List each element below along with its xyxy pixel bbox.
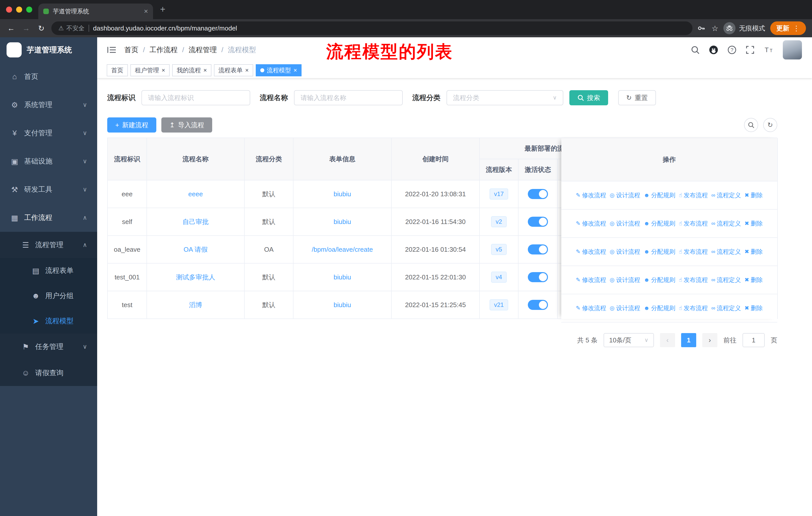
- forward-button[interactable]: →: [21, 24, 31, 32]
- op-delete-link[interactable]: ✖删除: [745, 276, 763, 284]
- op-assign-link[interactable]: ☻分配规则: [644, 219, 675, 227]
- security-status[interactable]: ⚠ 不安全: [58, 24, 85, 32]
- bookmark-star-icon[interactable]: ☆: [712, 24, 718, 33]
- active-toggle[interactable]: [528, 217, 548, 227]
- font-size-icon[interactable]: TT: [764, 45, 774, 54]
- op-delete-link[interactable]: ✖删除: [745, 248, 763, 256]
- close-icon[interactable]: ×: [203, 67, 207, 73]
- op-delete-link[interactable]: ✖删除: [745, 219, 763, 227]
- op-definition-link[interactable]: ∞流程定义: [711, 191, 741, 199]
- sidebar-item-infra[interactable]: ▣ 基础设施 ∨: [0, 147, 97, 175]
- tab-close-icon[interactable]: ×: [144, 8, 148, 15]
- op-edit-link[interactable]: ✎修改流程: [576, 304, 606, 312]
- op-publish-link[interactable]: ☝发布流程: [679, 248, 708, 256]
- toggle-search-button[interactable]: [744, 118, 758, 132]
- op-edit-link[interactable]: ✎修改流程: [576, 219, 606, 227]
- sidebar-item-process-mgmt[interactable]: ☰ 流程管理 ∧: [0, 232, 97, 258]
- op-assign-link[interactable]: ☻分配规则: [644, 276, 675, 284]
- prev-page-button[interactable]: ‹: [660, 333, 675, 347]
- goto-page-input[interactable]: [743, 333, 765, 347]
- op-definition-link[interactable]: ∞流程定义: [711, 248, 741, 256]
- op-assign-link[interactable]: ☻分配规则: [644, 304, 675, 312]
- import-process-button[interactable]: ↥ 导入流程: [161, 117, 212, 133]
- active-toggle[interactable]: [528, 300, 548, 310]
- back-button[interactable]: ←: [6, 24, 16, 32]
- op-publish-link[interactable]: ☝发布流程: [679, 219, 708, 227]
- collapse-menu-icon[interactable]: [107, 46, 116, 54]
- close-icon[interactable]: ×: [162, 67, 165, 73]
- page-size-select[interactable]: 10条/页 ∨: [604, 333, 654, 347]
- refresh-button[interactable]: ↻: [763, 118, 777, 132]
- sidebar-item-workflow[interactable]: ▦ 工作流程 ∧: [0, 203, 97, 232]
- op-design-link[interactable]: ◎设计流程: [610, 219, 640, 227]
- sidebar-item-task-mgmt[interactable]: ⚑ 任务管理 ∨: [0, 333, 97, 360]
- process-category-select[interactable]: 流程分类 ∨: [446, 90, 563, 105]
- breadcrumb-process-mgmt[interactable]: 流程管理: [189, 45, 217, 55]
- page-number-1[interactable]: 1: [681, 333, 696, 347]
- help-icon[interactable]: ?: [727, 45, 736, 54]
- tag-tenant-mgmt[interactable]: 租户管理 ×: [130, 64, 170, 76]
- op-assign-link[interactable]: ☻分配规则: [644, 248, 675, 256]
- sidebar-item-payment[interactable]: ¥ 支付管理 ∨: [0, 119, 97, 147]
- form-info-link[interactable]: biubiu: [334, 218, 351, 225]
- user-avatar[interactable]: [783, 40, 802, 59]
- browser-menu-icon[interactable]: ⋮: [793, 24, 800, 32]
- reload-button[interactable]: ↻: [36, 24, 46, 33]
- browser-tab[interactable]: 芋道管理系统 ×: [38, 3, 153, 19]
- process-name-input[interactable]: [294, 90, 403, 105]
- zoom-window-button[interactable]: [26, 6, 32, 12]
- active-toggle[interactable]: [528, 189, 548, 199]
- tag-process-form[interactable]: 流程表单 ×: [214, 64, 253, 76]
- tag-home[interactable]: 首页: [107, 64, 128, 76]
- op-design-link[interactable]: ◎设计流程: [610, 276, 640, 284]
- address-bar[interactable]: ⚠ 不安全 dashboard.yudao.iocoder.cn/bpm/man…: [51, 21, 692, 35]
- close-icon[interactable]: ×: [293, 67, 297, 73]
- form-info-link[interactable]: /bpm/oa/leave/create: [312, 246, 373, 253]
- op-design-link[interactable]: ◎设计流程: [610, 248, 640, 256]
- browser-update-button[interactable]: 更新 ⋮: [770, 21, 806, 35]
- sidebar-item-system[interactable]: ⚙ 系统管理 ∨: [0, 91, 97, 119]
- op-delete-link[interactable]: ✖删除: [745, 191, 763, 199]
- op-design-link[interactable]: ◎设计流程: [610, 191, 640, 199]
- new-tab-button[interactable]: +: [160, 4, 165, 15]
- op-definition-link[interactable]: ∞流程定义: [711, 276, 741, 284]
- op-publish-link[interactable]: ☝发布流程: [679, 304, 708, 312]
- form-info-link[interactable]: biubiu: [334, 301, 351, 309]
- op-publish-link[interactable]: ☝发布流程: [679, 191, 708, 199]
- search-button[interactable]: 搜索: [569, 90, 608, 105]
- op-definition-link[interactable]: ∞流程定义: [711, 219, 741, 227]
- form-info-link[interactable]: biubiu: [334, 190, 351, 198]
- process-id-input[interactable]: [141, 90, 250, 105]
- sidebar-item-leave-query[interactable]: ☺ 请假查询: [0, 360, 97, 386]
- op-delete-link[interactable]: ✖删除: [745, 304, 763, 312]
- op-publish-link[interactable]: ☝发布流程: [679, 276, 708, 284]
- op-definition-link[interactable]: ∞流程定义: [711, 304, 741, 312]
- op-edit-link[interactable]: ✎修改流程: [576, 248, 606, 256]
- tag-process-model[interactable]: 流程模型 ×: [256, 64, 301, 76]
- close-window-button[interactable]: [6, 6, 12, 12]
- process-name-link[interactable]: OA 请假: [183, 246, 207, 253]
- breadcrumb-workflow[interactable]: 工作流程: [149, 45, 178, 55]
- op-edit-link[interactable]: ✎修改流程: [576, 276, 606, 284]
- op-design-link[interactable]: ◎设计流程: [610, 304, 640, 312]
- op-edit-link[interactable]: ✎修改流程: [576, 191, 606, 199]
- process-name-link[interactable]: 自己审批: [182, 218, 209, 225]
- process-name-link[interactable]: 测试多审批人: [176, 273, 215, 281]
- password-key-icon[interactable]: [697, 24, 705, 32]
- process-name-link[interactable]: eeee: [188, 190, 203, 198]
- op-assign-link[interactable]: ☻分配规则: [644, 191, 675, 199]
- breadcrumb-home[interactable]: 首页: [124, 45, 139, 55]
- sidebar-item-devtools[interactable]: ⚒ 研发工具 ∨: [0, 175, 97, 203]
- search-icon[interactable]: [691, 45, 700, 54]
- tag-my-process[interactable]: 我的流程 ×: [172, 64, 211, 76]
- process-name-link[interactable]: 滔博: [189, 301, 202, 309]
- active-toggle[interactable]: [528, 272, 548, 282]
- close-icon[interactable]: ×: [245, 67, 249, 73]
- sidebar-item-process-model[interactable]: ➤ 流程模型: [0, 308, 97, 333]
- minimize-window-button[interactable]: [16, 6, 22, 12]
- active-toggle[interactable]: [528, 244, 548, 254]
- next-page-button[interactable]: ›: [702, 333, 717, 347]
- fullscreen-icon[interactable]: [746, 45, 755, 54]
- sidebar-item-process-form[interactable]: ▤ 流程表单: [0, 258, 97, 283]
- reset-button[interactable]: ↻ 重置: [618, 90, 656, 105]
